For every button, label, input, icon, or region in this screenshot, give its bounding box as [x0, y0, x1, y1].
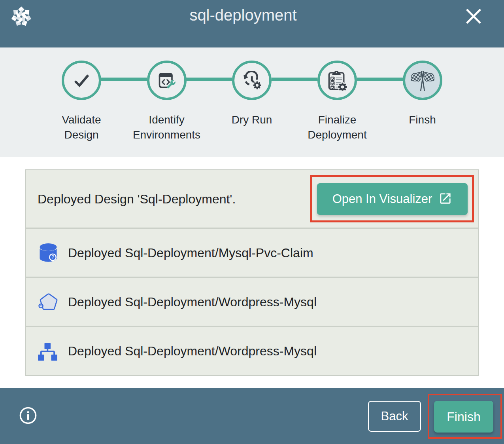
- svg-text:?: ?: [51, 254, 54, 260]
